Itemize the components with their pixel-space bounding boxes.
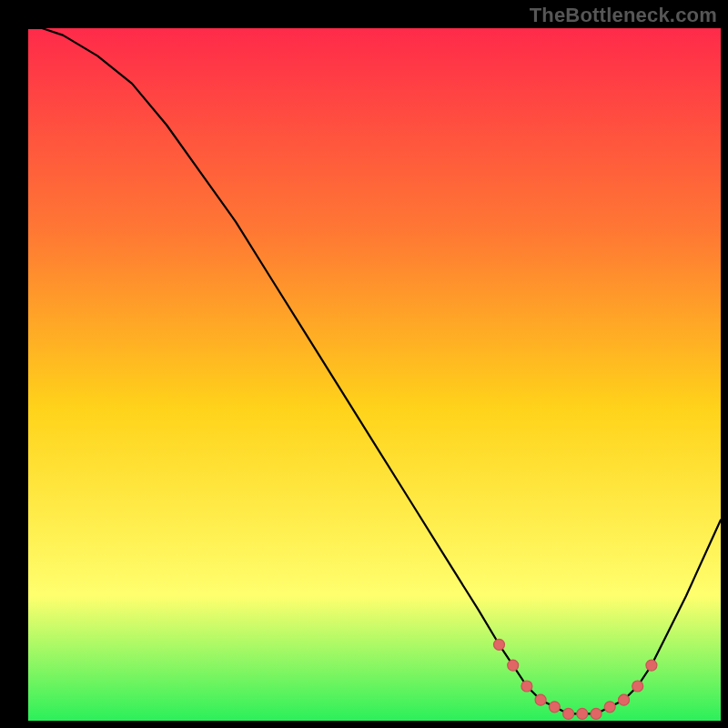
trough-marker — [591, 708, 602, 719]
trough-marker — [604, 702, 615, 713]
trough-marker — [535, 694, 546, 705]
trough-marker — [632, 681, 643, 692]
trough-marker — [646, 660, 657, 671]
trough-marker — [494, 639, 505, 650]
trough-marker — [549, 702, 560, 713]
plot-background — [28, 28, 721, 721]
trough-marker — [619, 694, 630, 705]
trough-marker — [563, 708, 574, 719]
chart-stage: TheBottleneck.com — [0, 0, 728, 728]
chart-svg — [0, 0, 728, 728]
trough-marker — [521, 681, 532, 692]
watermark-label: TheBottleneck.com — [530, 4, 717, 27]
trough-marker — [508, 660, 519, 671]
trough-marker — [577, 708, 588, 719]
